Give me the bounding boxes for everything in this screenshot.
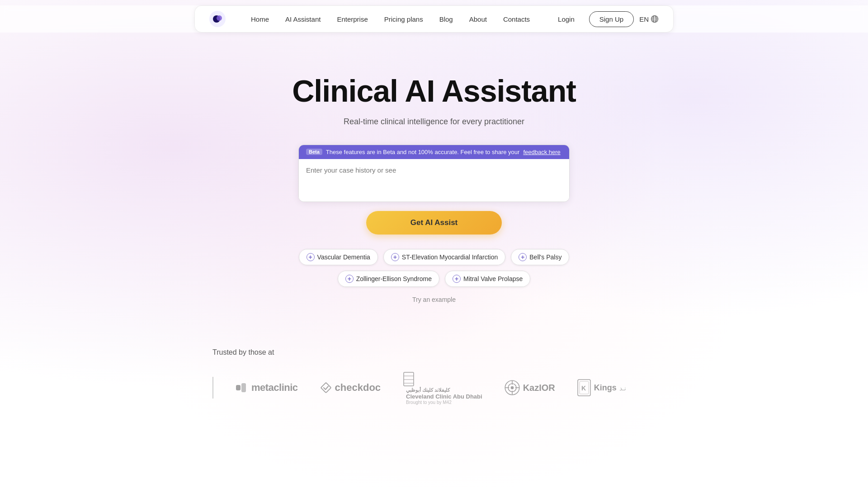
- svg-rect-10: [321, 383, 331, 393]
- pill-bells-palsy[interactable]: + Bell's Palsy: [511, 249, 569, 265]
- case-history-input[interactable]: [299, 159, 569, 200]
- pill-label: Bell's Palsy: [529, 253, 561, 261]
- pill-stemi[interactable]: + ST-Elevation Myocardial Infarction: [383, 249, 505, 265]
- logo-divider: [212, 377, 213, 399]
- logo-icon: [209, 11, 226, 27]
- nav-contacts[interactable]: Contacts: [496, 12, 537, 27]
- kazior-logo: KazIOR: [504, 380, 555, 396]
- logo[interactable]: [209, 11, 226, 27]
- hero-section: Clinical AI Assistant Real-time clinical…: [0, 38, 868, 321]
- metaclinic-logo: metaclinic: [235, 381, 298, 394]
- nav-about[interactable]: About: [462, 12, 494, 27]
- plus-icon: +: [391, 253, 399, 261]
- pills-row-1: + Vascular Dementia + ST-Elevation Myoca…: [299, 249, 570, 265]
- navbar: Home AI Assistant Enterprise Pricing pla…: [194, 5, 674, 33]
- checkdoc-logo: checkdoc: [320, 381, 381, 394]
- logos-row: metaclinic checkdoc كليفلان: [212, 371, 656, 405]
- cleveland-arabic: كليفلاند كلينك أبوظبي: [406, 387, 482, 393]
- nav-pricing[interactable]: Pricing plans: [377, 12, 430, 27]
- kings-arabic-suffix: نـد: [619, 385, 626, 392]
- nav-home[interactable]: Home: [244, 12, 276, 27]
- metaclinic-icon: [235, 381, 248, 394]
- feedback-link[interactable]: feedback here: [523, 149, 560, 155]
- plus-icon: +: [519, 253, 527, 261]
- lang-label: EN: [639, 15, 649, 23]
- checkdoc-text: checkdoc: [335, 382, 381, 394]
- pill-zollinger[interactable]: + Zollinger-Ellison Syndrome: [338, 271, 439, 287]
- nav-links: Home AI Assistant Enterprise Pricing pla…: [244, 12, 549, 27]
- nav-blog[interactable]: Blog: [432, 12, 460, 27]
- nav-enterprise[interactable]: Enterprise: [330, 12, 375, 27]
- pills-row-2: + Zollinger-Ellison Syndrome + Mitral Va…: [338, 271, 531, 287]
- pill-label: Mitral Valve Prolapse: [463, 275, 523, 282]
- plus-icon: +: [453, 275, 461, 283]
- signup-button[interactable]: Sign Up: [589, 11, 634, 27]
- svg-rect-9: [241, 383, 246, 392]
- plus-icon: +: [345, 275, 354, 283]
- nav-actions: Login Sign Up EN: [549, 11, 659, 27]
- svg-rect-8: [236, 385, 241, 390]
- metaclinic-text: metaclinic: [251, 382, 298, 394]
- pill-mitral-valve[interactable]: + Mitral Valve Prolapse: [445, 271, 530, 287]
- kings-text: Kings: [594, 383, 617, 392]
- cleveland-icon: [402, 371, 415, 387]
- nav-ai-assistant[interactable]: AI Assistant: [278, 12, 328, 27]
- pill-label: Zollinger-Ellison Syndrome: [356, 275, 432, 282]
- pill-label: Vascular Dementia: [317, 253, 370, 261]
- login-button[interactable]: Login: [549, 12, 584, 27]
- svg-rect-11: [404, 372, 414, 386]
- kazior-icon: [504, 380, 520, 396]
- pill-label: ST-Elevation Myocardial Infarction: [402, 253, 498, 261]
- beta-banner: Beta These features are in Beta and not …: [299, 145, 569, 159]
- ai-assist-button[interactable]: Get AI Assist: [366, 211, 502, 235]
- trusted-title: Trusted by those at: [212, 348, 656, 357]
- beta-badge: Beta: [306, 149, 322, 155]
- hero-title: Clinical AI Assistant: [9, 74, 859, 108]
- svg-point-17: [510, 386, 514, 389]
- cleveland-logo: كليفلاند كلينك أبوظبي Cleveland Clinic A…: [402, 371, 482, 405]
- svg-text:K: K: [581, 385, 586, 392]
- cleveland-sub: Brought to you by M42: [406, 400, 482, 405]
- checkdoc-icon: [320, 381, 332, 394]
- globe-icon: [651, 15, 659, 23]
- kings-logo: K Kings نـد: [577, 379, 626, 397]
- plus-icon: +: [307, 253, 315, 261]
- kazior-text: KazIOR: [523, 383, 555, 393]
- cleveland-english: Cleveland Clinic Abu Dhabi: [406, 393, 482, 400]
- svg-point-2: [217, 15, 222, 21]
- kings-icon: K: [577, 379, 591, 397]
- hero-subtitle: Real-time clinical intelligence for ever…: [9, 117, 859, 127]
- trusted-section: Trusted by those at metaclinic checkdoc: [194, 321, 674, 423]
- beta-message: These features are in Beta and not 100% …: [326, 149, 520, 155]
- input-container: Beta These features are in Beta and not …: [298, 145, 570, 202]
- language-selector[interactable]: EN: [639, 15, 659, 23]
- try-example-text: Try an example: [412, 296, 456, 303]
- pill-vascular-dementia[interactable]: + Vascular Dementia: [299, 249, 378, 265]
- examples-container: + Vascular Dementia + ST-Elevation Myoca…: [9, 249, 859, 303]
